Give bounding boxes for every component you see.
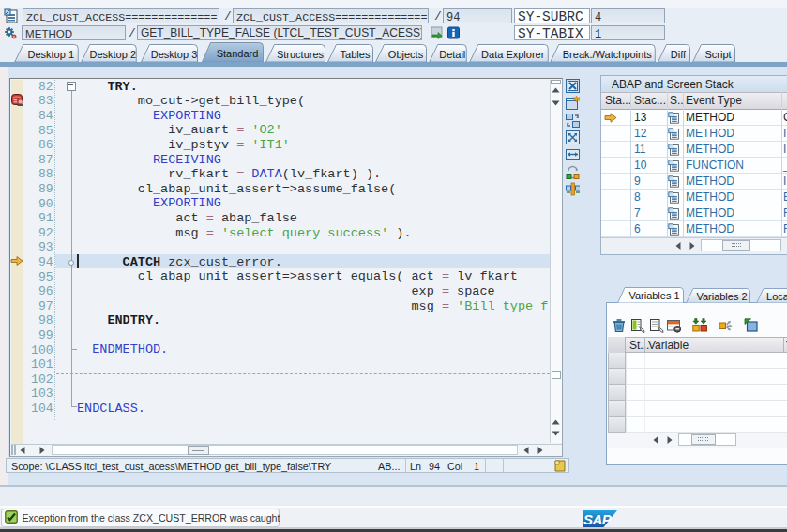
- svg-text:SAP: SAP: [583, 511, 613, 527]
